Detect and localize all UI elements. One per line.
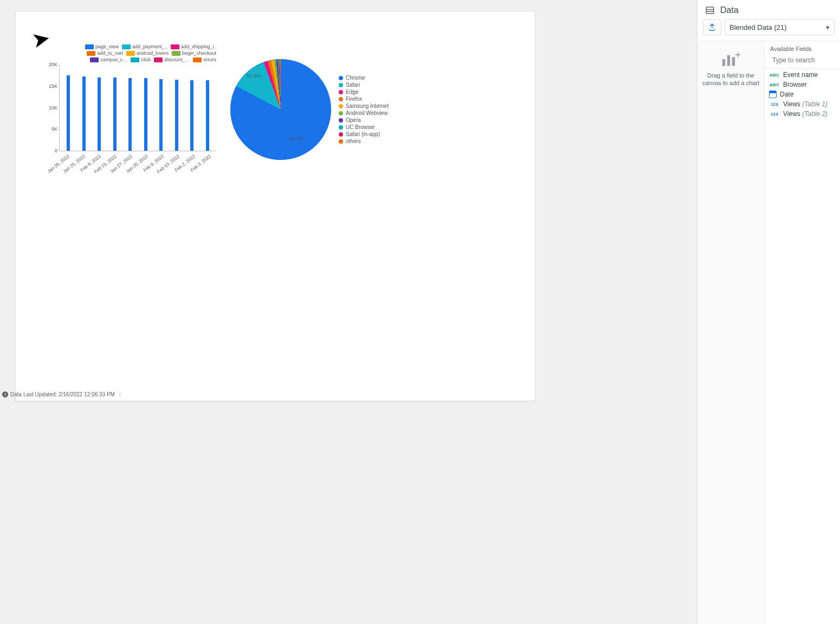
chevron-down-icon: ▾ <box>826 23 830 31</box>
legend-item: add_to_cart <box>87 50 123 56</box>
bar-chart-xaxis: Jan 26, 2022Jan 25, 2022Feb 9, 2022Feb 1… <box>59 151 216 173</box>
bar-chart-plot: 05K10K15K20K <box>59 65 216 151</box>
legend-item: Edge <box>339 89 389 95</box>
field-row[interactable]: ABCBrowser <box>765 80 840 89</box>
type-text-icon: ABC <box>769 82 780 87</box>
available-fields-header: Available Fields <box>765 41 840 54</box>
data-panel: Data Blended Data (21) ▾ Drag a field to… <box>697 0 840 624</box>
field-row[interactable]: 123Views (Table 1) <box>765 99 840 109</box>
field-row[interactable]: Date <box>765 89 840 99</box>
legend-item: Samsung Internet <box>339 103 389 109</box>
legend-item: page_view <box>85 44 119 49</box>
blend-data-button[interactable] <box>703 20 721 35</box>
type-number-icon: 123 <box>769 102 780 107</box>
blend-icon <box>707 23 717 33</box>
pie-slice-label-safari: 11.8% <box>247 73 261 79</box>
svg-rect-5 <box>732 57 734 66</box>
bar-chart[interactable]: page_viewadd_payment_…add_shipping_i…add… <box>32 44 216 173</box>
bar <box>175 80 178 151</box>
field-search-input[interactable] <box>772 54 840 66</box>
field-row[interactable]: ABCEvent name <box>765 70 840 80</box>
legend-item: Chrome <box>339 75 389 81</box>
field-search[interactable] <box>765 54 840 69</box>
bar <box>67 75 70 151</box>
pie-chart-plot: 11.8% 82.7% <box>230 59 331 160</box>
legend-item: click <box>131 57 151 62</box>
data-table-icon <box>705 5 715 15</box>
legend-item: add_payment_… <box>122 44 167 49</box>
svg-rect-0 <box>706 7 714 14</box>
legend-item: UC Browser <box>339 124 389 130</box>
type-date-icon <box>769 91 777 98</box>
bar <box>113 78 117 151</box>
chart-dropzone[interactable]: Drag a field to the canvas to add a char… <box>697 41 765 624</box>
pie-chart[interactable]: 11.8% 82.7% ChromeSafariEdgeFirefoxSamsu… <box>230 59 405 160</box>
field-row[interactable]: 123Views (Table 2) <box>765 109 840 119</box>
legend-item: add_shipping_i… <box>171 44 216 49</box>
legend-item: Android Webview <box>339 110 389 116</box>
bar <box>144 78 147 151</box>
legend-item: android_lovers <box>126 50 169 56</box>
legend-item: Opera <box>339 117 389 123</box>
bar <box>128 78 132 151</box>
report-page[interactable]: ➤ page_viewadd_payment_…add_shipping_i…a… <box>15 11 535 401</box>
data-panel-title: Data <box>720 5 739 15</box>
bar <box>98 78 101 151</box>
last-updated-text: Data Last Updated: 2/16/2022 12:06:33 PM <box>10 391 115 397</box>
last-updated-bar: i Data Last Updated: 2/16/2022 12:06:33 … <box>0 390 697 398</box>
legend-item: Firefox <box>339 96 389 102</box>
bar <box>190 80 193 151</box>
svg-rect-4 <box>727 55 729 66</box>
bar <box>82 76 86 151</box>
legend-item: campus_c… <box>90 57 127 62</box>
legend-item: others <box>339 138 389 144</box>
type-number-icon: 123 <box>769 112 780 117</box>
report-canvas[interactable]: ➤ page_viewadd_payment_…add_shipping_i…a… <box>0 0 697 624</box>
type-text-icon: ABC <box>769 73 780 78</box>
field-list: ABCEvent nameABCBrowserDate123Views (Tab… <box>765 69 840 120</box>
bar-chart-legend: page_viewadd_payment_…add_shipping_i…add… <box>75 44 216 62</box>
dropzone-hint: Drag a field to the canvas to add a char… <box>702 72 760 87</box>
bar <box>206 80 209 151</box>
datasource-dropdown[interactable]: Blended Data (21) ▾ <box>725 20 835 35</box>
svg-rect-3 <box>722 59 725 66</box>
legend-item: begin_checkout <box>172 50 216 56</box>
datasource-selected-label: Blended Data (21) <box>729 23 787 31</box>
add-chart-icon <box>721 51 741 67</box>
legend-item: errors <box>193 57 216 62</box>
available-fields: Available Fields ABCEvent nameABCBrowser… <box>765 41 840 624</box>
pie-chart-legend: ChromeSafariEdgeFirefoxSamsung InternetA… <box>339 75 389 144</box>
legend-item: Safari (in-app) <box>339 131 389 137</box>
bar <box>159 79 163 151</box>
legend-item: discount_… <box>154 57 190 62</box>
info-icon: i <box>2 391 8 397</box>
legend-item: Safari <box>339 82 389 88</box>
data-panel-header: Data <box>697 0 840 20</box>
pie-slice-label-chrome: 82.7% <box>289 136 303 141</box>
